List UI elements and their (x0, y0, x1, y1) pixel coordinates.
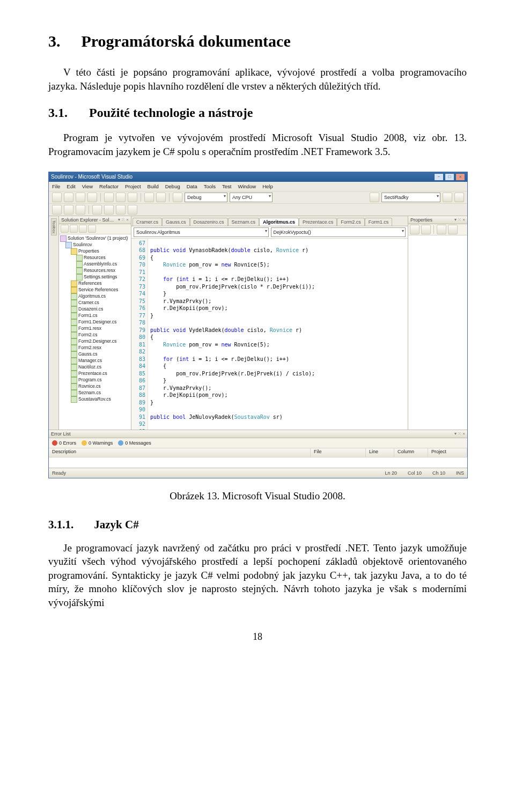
warnings-filter[interactable]: 0 Warnings (82, 440, 113, 446)
menu-item[interactable]: Data (187, 183, 197, 189)
properties-icon[interactable] (61, 225, 69, 233)
tree-item[interactable]: Cramer.cs (60, 300, 131, 306)
editor-tab[interactable]: Form2.cs (337, 218, 365, 226)
show-all-icon[interactable] (70, 225, 78, 233)
tree-item[interactable]: Form1.Designer.cs (60, 319, 131, 326)
editor-tab[interactable]: Form1.cs (365, 218, 393, 226)
start-debug-icon[interactable] (173, 193, 182, 202)
tool-icon[interactable] (116, 205, 126, 215)
tree-item[interactable]: Rovnice.cs (60, 383, 131, 390)
tree-item[interactable]: Resources.resx (60, 268, 131, 274)
categorize-icon[interactable] (410, 225, 420, 234)
redo-icon[interactable] (156, 193, 166, 202)
error-column[interactable]: Line (366, 448, 394, 457)
refresh-icon[interactable] (79, 225, 87, 233)
tree-item[interactable]: Prezentace.cs (60, 371, 131, 377)
toolbox-tab[interactable]: Toolbox (51, 218, 57, 235)
tree-item[interactable]: Properties (60, 248, 131, 255)
cut-icon[interactable] (104, 193, 114, 202)
error-body[interactable] (49, 457, 467, 468)
panel-buttons[interactable]: ▾ ⁙ × (118, 217, 129, 222)
error-list-header[interactable]: Error List ▾ ⁙ × (49, 430, 467, 438)
panel-buttons[interactable]: ▾ ⁙ × (454, 217, 465, 222)
menu-item[interactable]: File (52, 183, 60, 189)
editor-tab[interactable]: Prezentace.cs (299, 218, 337, 226)
tool-icon[interactable] (104, 205, 114, 215)
tool-icon[interactable] (64, 205, 73, 215)
alpha-icon[interactable] (421, 225, 431, 234)
open-icon[interactable] (64, 193, 73, 202)
view-code-icon[interactable] (88, 225, 96, 233)
tree-item[interactable]: Soulinrov (60, 242, 131, 248)
menu-item[interactable]: View (82, 183, 93, 189)
error-columns[interactable]: DescriptionFileLineColumnProject (49, 448, 467, 457)
error-column[interactable]: Description (49, 448, 311, 457)
solution-explorer-header[interactable]: Solution Explorer - Sol… ▾ ⁙ × (59, 216, 131, 224)
member-combo[interactable]: DejKrokVypoctu() (271, 227, 406, 237)
tree-item[interactable]: Program.cs (60, 377, 131, 383)
code-text[interactable]: public void VynasobRadek(double cislo, R… (148, 239, 408, 430)
copy-icon[interactable] (116, 193, 126, 202)
tree-item[interactable]: Form2.resx (60, 345, 131, 351)
tree-item[interactable]: Form2.Designer.cs (60, 338, 131, 345)
tree-item[interactable]: Resources (60, 255, 131, 261)
vs-titlebar[interactable]: Soulinrov - Microsoft Visual Studio − □ … (49, 172, 467, 182)
tool-icon[interactable] (128, 205, 137, 215)
menu-item[interactable]: Build (148, 183, 159, 189)
close-button[interactable]: × (455, 173, 465, 181)
tool-icon[interactable] (92, 205, 102, 215)
undo-icon[interactable] (144, 193, 154, 202)
find-combo[interactable]: SectiRadky (381, 193, 440, 202)
solution-tree[interactable]: Solution 'Soulinrov' (1 project)Soulinro… (59, 234, 131, 430)
platform-combo[interactable]: Any CPU (230, 193, 273, 202)
maximize-button[interactable]: □ (445, 173, 454, 181)
tree-item[interactable]: SoustavaRov.cs (60, 396, 131, 403)
tree-item[interactable]: Service References (60, 287, 131, 293)
tree-item[interactable]: Algoritmus.cs (60, 293, 131, 300)
code-area[interactable]: 67 68 69 70 71 72 73 74 75 76 77 78 79 8… (131, 239, 408, 430)
tree-item[interactable]: Manager.cs (60, 358, 131, 364)
properties-header[interactable]: Properties ▾ ⁙ × (408, 216, 467, 224)
editor-tab[interactable]: Algoritmus.cs (259, 218, 299, 226)
tree-item[interactable]: Solution 'Soulinrov' (1 project) (60, 235, 131, 242)
new-project-icon[interactable] (52, 193, 62, 202)
error-column[interactable]: Column (394, 448, 428, 457)
errors-filter[interactable]: 0 Errors (52, 440, 76, 446)
find-icon[interactable] (370, 193, 379, 202)
save-icon[interactable] (76, 193, 85, 202)
editor-tab[interactable]: Gauss.cs (162, 218, 190, 226)
tree-item[interactable]: Settings.settings (60, 274, 131, 280)
menu-item[interactable]: Refactor (99, 183, 119, 189)
tree-item[interactable]: Gauss.cs (60, 351, 131, 358)
tree-item[interactable]: Seznam.cs (60, 390, 131, 396)
events-icon[interactable] (448, 225, 458, 234)
tree-item[interactable]: Form1.resx (60, 326, 131, 332)
config-combo[interactable]: Debug (185, 193, 227, 202)
tool-icon[interactable] (52, 205, 62, 215)
menu-item[interactable]: Tools (204, 183, 216, 189)
editor-tab[interactable]: Cramer.cs (133, 218, 162, 226)
minimize-button[interactable]: − (434, 173, 444, 181)
props-icon[interactable] (437, 225, 446, 234)
menu-item[interactable]: Edit (67, 183, 75, 189)
error-column[interactable]: Project (428, 448, 467, 457)
tree-item[interactable]: Form2.cs (60, 332, 131, 338)
editor-tab[interactable]: Dosazeniro.cs (190, 218, 228, 226)
editor-tab[interactable]: Seznam.cs (228, 218, 260, 226)
tool-icon[interactable] (76, 205, 85, 215)
properties-grid[interactable] (408, 235, 467, 430)
menu-item[interactable]: Window (238, 183, 256, 189)
menu-item[interactable]: Project (125, 183, 141, 189)
menu-item[interactable]: Debug (165, 183, 180, 189)
error-column[interactable]: File (311, 448, 366, 457)
class-combo[interactable]: Soulinrov.Algoritmus (134, 227, 269, 237)
menu-item[interactable]: Help (262, 183, 273, 189)
tool-icon[interactable] (443, 193, 452, 202)
menu-item[interactable]: Test (222, 183, 231, 189)
tree-item[interactable]: Dosazeni.cs (60, 306, 131, 313)
messages-filter[interactable]: 0 Messages (118, 440, 151, 446)
tree-item[interactable]: Form1.cs (60, 313, 131, 319)
tree-item[interactable]: References (60, 280, 131, 287)
paste-icon[interactable] (128, 193, 137, 202)
tool-icon[interactable] (454, 193, 464, 202)
